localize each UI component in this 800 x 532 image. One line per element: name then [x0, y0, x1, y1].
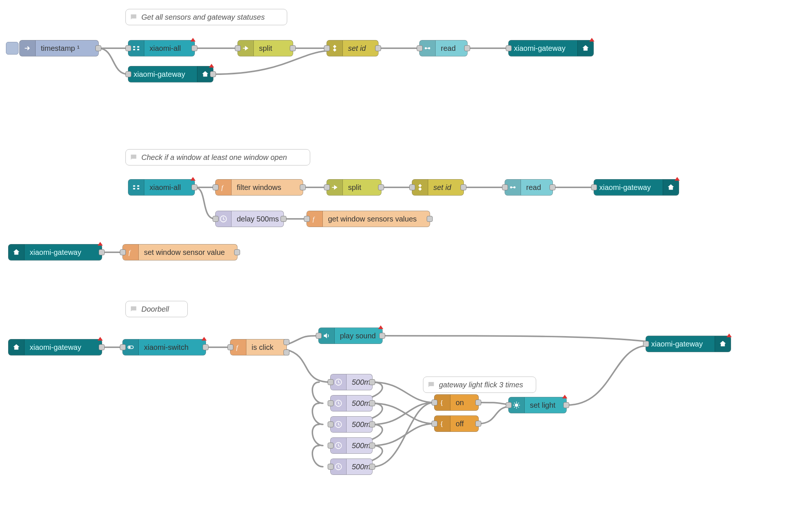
- input-port[interactable]: [432, 400, 437, 405]
- output-port[interactable]: [475, 400, 481, 405]
- input-port[interactable]: [409, 184, 415, 190]
- xiaomi-gateway-node[interactable]: xiaomi-gateway: [128, 66, 213, 82]
- gateway-icon: [663, 180, 679, 195]
- split-node[interactable]: split: [237, 40, 293, 56]
- homekit-xiaomi-all[interactable]: xiaomi-all: [128, 40, 195, 56]
- node-label: filter windows: [232, 183, 303, 192]
- output-port[interactable]: [369, 464, 375, 470]
- input-port[interactable]: [324, 45, 330, 51]
- input-port[interactable]: [328, 421, 334, 427]
- output-port[interactable]: [427, 216, 433, 222]
- xiaomi-gateway-in[interactable]: xiaomi-gateway: [8, 244, 102, 260]
- xiaomi-gateway-out-3[interactable]: xiaomi-gateway: [646, 336, 731, 352]
- template-off[interactable]: { off: [434, 416, 479, 432]
- changed-badge: [675, 177, 680, 181]
- split-node-2[interactable]: split: [327, 179, 381, 196]
- input-port[interactable]: [417, 45, 423, 51]
- inject-node[interactable]: timestamp ¹: [19, 40, 99, 56]
- comment-light-flick[interactable]: gateway light flick 3 times: [423, 377, 536, 393]
- output-port[interactable]: [191, 45, 197, 51]
- xiaomi-gateway-out[interactable]: xiaomi-gateway: [508, 40, 594, 56]
- output-port[interactable]: [210, 71, 216, 77]
- input-port[interactable]: [213, 216, 219, 222]
- delay-500ms-4[interactable]: 500ms: [330, 437, 373, 454]
- delay-500ms-1[interactable]: 500ms: [330, 374, 373, 390]
- input-port[interactable]: [120, 344, 126, 350]
- link-read-node[interactable]: read: [419, 40, 468, 56]
- delay-500ms-3[interactable]: 500ms: [330, 416, 373, 433]
- input-port[interactable]: [125, 71, 131, 77]
- input-port[interactable]: [328, 443, 334, 449]
- input-port[interactable]: [328, 379, 334, 385]
- output-port[interactable]: [95, 45, 101, 51]
- output-port[interactable]: [191, 184, 197, 190]
- set-light-node[interactable]: set light: [508, 397, 567, 413]
- play-sound-node[interactable]: play sound: [318, 328, 383, 344]
- output-port[interactable]: [281, 216, 286, 222]
- comment-doorbell[interactable]: Doorbell: [125, 301, 188, 317]
- input-port[interactable]: [506, 402, 512, 408]
- node-label: delay 500ms: [232, 215, 284, 223]
- output-port[interactable]: [290, 45, 296, 51]
- output-port-2[interactable]: [283, 349, 289, 355]
- node-label: xiaomi-gateway: [594, 183, 663, 192]
- function-get-window-values[interactable]: f get window sensors values: [306, 211, 430, 227]
- homekit-xiaomi-all-2[interactable]: xiaomi-all: [128, 179, 195, 196]
- output-port[interactable]: [369, 421, 375, 427]
- output-port[interactable]: [460, 184, 466, 190]
- template-on[interactable]: { on: [434, 394, 479, 411]
- input-port[interactable]: [324, 184, 330, 190]
- delay-500ms[interactable]: delay 500ms: [215, 211, 284, 227]
- input-port[interactable]: [227, 344, 233, 350]
- output-port[interactable]: [379, 333, 385, 339]
- input-port[interactable]: [591, 184, 597, 190]
- xiaomi-gateway-out-2[interactable]: xiaomi-gateway: [594, 179, 679, 196]
- output-port[interactable]: [369, 400, 375, 406]
- node-label: play sound: [335, 332, 382, 340]
- input-port[interactable]: [328, 400, 334, 406]
- xiaomi-gateway-doorbell-in[interactable]: xiaomi-gateway: [8, 339, 102, 355]
- xiaomi-switch-node[interactable]: xiaomi-switch: [122, 339, 206, 355]
- delay-500ms-2[interactable]: 500ms: [330, 395, 373, 411]
- output-port[interactable]: [203, 344, 209, 350]
- output-port[interactable]: [234, 249, 240, 255]
- output-port[interactable]: [464, 45, 470, 51]
- output-port[interactable]: [300, 184, 306, 190]
- output-port[interactable]: [475, 421, 481, 427]
- output-port-1[interactable]: [283, 339, 289, 345]
- output-port[interactable]: [550, 184, 555, 190]
- input-port[interactable]: [328, 464, 334, 470]
- changed-badge: [98, 242, 103, 246]
- function-filter-windows[interactable]: f filter windows: [215, 179, 303, 196]
- output-port[interactable]: [99, 249, 105, 255]
- input-port[interactable]: [506, 45, 512, 51]
- function-is-click[interactable]: f is click: [230, 339, 287, 355]
- link-read-node-2[interactable]: read: [505, 179, 553, 196]
- input-port[interactable]: [432, 421, 437, 427]
- inject-button[interactable]: [6, 42, 19, 55]
- output-port[interactable]: [563, 402, 569, 408]
- comment-text: Check if a window at least one window op…: [141, 153, 287, 162]
- input-port[interactable]: [213, 184, 219, 190]
- comment-get-all-statuses[interactable]: Get all sensors and gateway statuses: [125, 9, 287, 25]
- input-port[interactable]: [235, 45, 241, 51]
- input-port[interactable]: [304, 216, 310, 222]
- input-port[interactable]: [316, 333, 322, 339]
- output-port[interactable]: [375, 45, 381, 51]
- output-port[interactable]: [369, 379, 375, 385]
- change-node-set-id[interactable]: set id: [327, 40, 378, 56]
- node-label: split: [343, 183, 381, 192]
- delay-500ms-5[interactable]: 500ms: [330, 459, 373, 475]
- comment-check-window[interactable]: Check if a window at least one window op…: [125, 149, 310, 165]
- function-set-window-value[interactable]: f set window sensor value: [122, 244, 237, 260]
- input-port[interactable]: [643, 341, 649, 347]
- input-port[interactable]: [125, 45, 131, 51]
- node-label: set id: [343, 44, 378, 53]
- output-port[interactable]: [99, 344, 105, 350]
- change-node-set-id-2[interactable]: set id: [412, 179, 464, 196]
- input-port[interactable]: [502, 184, 508, 190]
- input-port[interactable]: [120, 249, 126, 255]
- output-port[interactable]: [378, 184, 384, 190]
- changed-badge: [209, 64, 214, 68]
- output-port[interactable]: [369, 443, 375, 449]
